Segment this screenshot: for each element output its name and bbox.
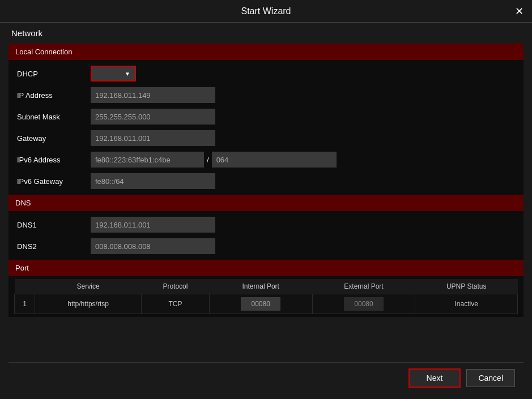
page-title: Network [8, 28, 524, 38]
dns-section-body: DNS1 DNS2 [8, 211, 524, 260]
dns-section-header: DNS [8, 195, 524, 211]
ipv6-slash-separator: / [207, 156, 209, 164]
ip-address-label: IP Address [17, 91, 91, 100]
subnet-mask-row: Subnet Mask [8, 106, 524, 127]
dhcp-label: DHCP [17, 70, 91, 78]
dns1-label: DNS1 [17, 221, 91, 229]
ipv6-gateway-input[interactable] [91, 173, 215, 189]
close-button[interactable]: ✕ [515, 6, 524, 16]
row-internal-port [209, 294, 312, 314]
ipv6-address-input[interactable] [91, 152, 204, 168]
dns2-label: DNS2 [17, 242, 91, 251]
local-connection-section-header: Local Connection [8, 44, 524, 60]
row-service: http/https/rtsp [35, 294, 142, 314]
gateway-label: Gateway [17, 134, 91, 143]
row-external-port [312, 294, 415, 314]
dialog-title: Start Wizard [241, 6, 291, 16]
title-bar: Start Wizard ✕ [0, 0, 532, 23]
ipv6-gateway-label: IPv6 Gateway [17, 177, 91, 186]
subnet-mask-label: Subnet Mask [17, 113, 91, 121]
main-scroll-area[interactable]: Local Connection DHCP ▼ IP Address [8, 44, 524, 362]
ip-address-input[interactable] [91, 87, 215, 103]
port-table-container: Service Protocol Internal Port External … [8, 276, 524, 317]
internal-port-input[interactable] [241, 297, 280, 311]
port-section-header: Port [8, 260, 524, 276]
row-status: Inactive [415, 294, 518, 314]
start-wizard-dialog: Start Wizard ✕ Network Local Connection … [0, 0, 532, 399]
dns2-row: DNS2 [8, 235, 524, 257]
cancel-button[interactable]: Cancel [466, 369, 515, 387]
port-table-header-row: Service Protocol Internal Port External … [15, 279, 518, 294]
ipv6-gateway-row: IPv6 Gateway [8, 170, 524, 192]
row-protocol: TCP [142, 294, 210, 314]
dns1-row: DNS1 [8, 214, 524, 235]
table-row: 1 http/https/rtsp TCP Inact [15, 294, 518, 314]
chevron-down-icon: ▼ [125, 71, 130, 77]
ipv6-address-label: IPv6 Address [17, 156, 91, 164]
dns2-input[interactable] [91, 238, 215, 254]
subnet-mask-input[interactable] [91, 109, 215, 125]
gateway-input[interactable] [91, 130, 215, 146]
ipv6-address-row: IPv6 Address / [8, 149, 524, 170]
scroll-container: Local Connection DHCP ▼ IP Address [8, 44, 524, 362]
row-index: 1 [15, 294, 35, 314]
ipv6-inputs: / [91, 152, 337, 168]
ip-address-row: IP Address [8, 84, 524, 106]
col-internal-port: Internal Port [209, 279, 312, 294]
dhcp-dropdown[interactable]: ▼ [91, 66, 136, 81]
port-table: Service Protocol Internal Port External … [14, 279, 518, 314]
next-button[interactable]: Next [408, 368, 461, 388]
col-service: Service [35, 279, 142, 294]
ipv6-suffix-input[interactable] [212, 152, 337, 168]
gateway-row: Gateway [8, 127, 524, 149]
col-protocol: Protocol [142, 279, 210, 294]
dialog-footer: Next Cancel [8, 362, 524, 393]
status-badge: Inactive [455, 300, 478, 308]
external-port-input[interactable] [344, 297, 384, 311]
col-upnp-status: UPNP Status [415, 279, 518, 294]
dhcp-row: DHCP ▼ [8, 63, 524, 84]
col-index [15, 279, 35, 294]
dns1-input[interactable] [91, 217, 215, 233]
local-connection-section-body: DHCP ▼ IP Address Subnet Mask [8, 60, 524, 195]
dialog-content: Network Local Connection DHCP ▼ [0, 23, 532, 399]
col-external-port: External Port [312, 279, 415, 294]
